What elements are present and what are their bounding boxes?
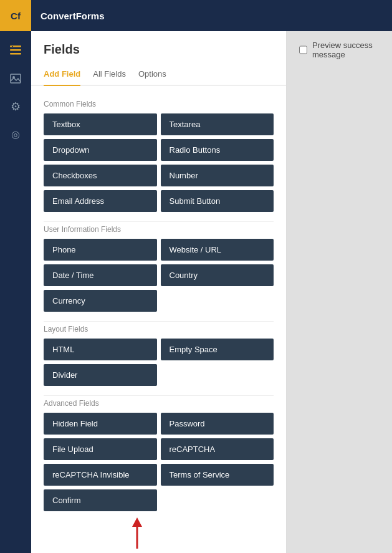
- field-btn-dropdown[interactable]: Dropdown: [44, 139, 157, 161]
- svg-marker-7: [132, 517, 142, 527]
- fields-title: Fields: [44, 42, 274, 57]
- field-btn-html[interactable]: HTML: [44, 339, 157, 360]
- field-btn-terms-of-service[interactable]: Terms of Service: [161, 464, 274, 486]
- tab-all-fields[interactable]: All Fields: [93, 63, 126, 85]
- section-user-info-label: User Information Fields: [44, 225, 274, 234]
- field-btn-confirm[interactable]: Confirm: [44, 489, 157, 511]
- field-btn-password[interactable]: Password: [161, 413, 274, 435]
- app-brand-text: ConvertForms: [41, 11, 105, 21]
- app-logo: Cf: [0, 0, 31, 31]
- section-common-label: Common Fields: [44, 100, 274, 108]
- field-btn-recaptcha[interactable]: reCAPTCHA: [161, 438, 274, 460]
- section-layout-label: Layout Fields: [44, 325, 274, 334]
- fields-panel: Fields Add Field All Fields Options Comm…: [31, 31, 287, 553]
- arrow-annotation: [44, 514, 274, 552]
- preview-panel: Preview success message: [287, 31, 392, 553]
- field-btn-website-url[interactable]: Website / URL: [161, 239, 274, 261]
- field-btn-empty-space[interactable]: Empty Space: [161, 339, 274, 360]
- nav-image-icon[interactable]: [0, 64, 31, 92]
- svg-rect-3: [12, 46, 13, 47]
- tab-add-field[interactable]: Add Field: [44, 63, 80, 86]
- field-btn-country[interactable]: Country: [161, 264, 274, 286]
- field-btn-currency[interactable]: Currency: [44, 290, 157, 312]
- section-user-info: User Information Fields Phone Website / …: [44, 225, 274, 312]
- svg-rect-2: [10, 53, 21, 55]
- field-btn-textbox[interactable]: Textbox: [44, 113, 157, 135]
- field-btn-submit-button[interactable]: Submit Button: [161, 190, 274, 212]
- nav-settings-icon[interactable]: ⚙: [0, 92, 31, 120]
- nav-list-icon[interactable]: [0, 36, 31, 64]
- field-btn-phone[interactable]: Phone: [44, 239, 157, 261]
- field-btn-recaptcha-invisible[interactable]: reCAPTCHA Invisible: [44, 464, 157, 486]
- preview-success-label: Preview success message: [312, 41, 380, 59]
- svg-rect-1: [10, 49, 21, 51]
- section-layout: Layout Fields HTML Empty Space Divider: [44, 325, 274, 386]
- field-btn-radio-buttons[interactable]: Radio Buttons: [161, 139, 274, 161]
- preview-success-checkbox[interactable]: [299, 46, 307, 54]
- section-advanced: Advanced Fields Hidden Field Password Fi…: [44, 399, 274, 511]
- section-common: Common Fields Textbox Textarea Dropdown …: [44, 100, 274, 212]
- nav-target-icon[interactable]: ◎: [0, 120, 31, 148]
- field-btn-file-upload[interactable]: File Upload: [44, 438, 157, 460]
- tab-options[interactable]: Options: [138, 63, 166, 85]
- field-btn-number[interactable]: Number: [161, 165, 274, 186]
- section-advanced-label: Advanced Fields: [44, 399, 274, 408]
- field-btn-date-time[interactable]: Date / Time: [44, 264, 157, 286]
- svg-rect-0: [10, 46, 21, 47]
- field-btn-divider[interactable]: Divider: [44, 364, 157, 386]
- fields-tabs: Add Field All Fields Options: [31, 63, 286, 86]
- svg-rect-4: [11, 74, 21, 83]
- field-btn-checkboxes[interactable]: Checkboxes: [44, 165, 157, 186]
- field-btn-hidden-field[interactable]: Hidden Field: [44, 413, 157, 435]
- field-btn-textarea[interactable]: Textarea: [161, 113, 274, 135]
- field-btn-email-address[interactable]: Email Address: [44, 190, 157, 212]
